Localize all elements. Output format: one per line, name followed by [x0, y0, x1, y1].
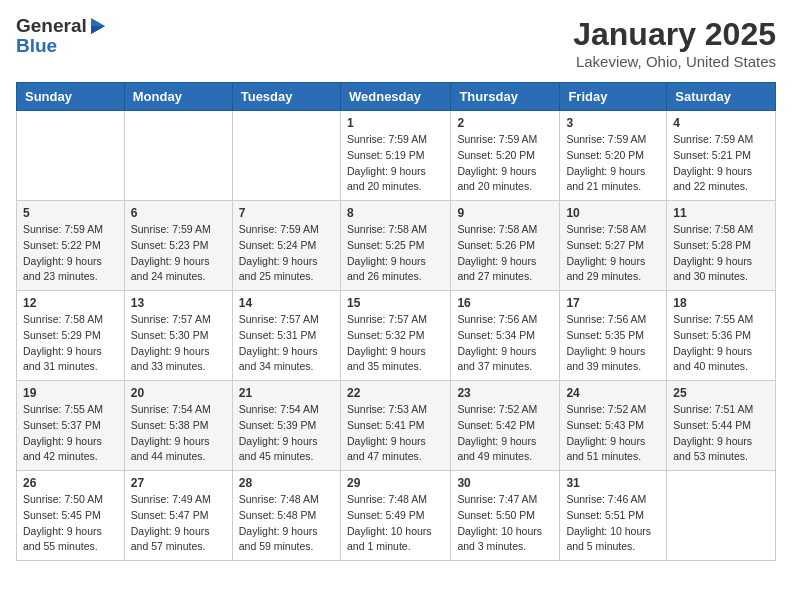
day-info: Sunrise: 7:55 AMSunset: 5:36 PMDaylight:…	[673, 312, 769, 375]
table-row: 27Sunrise: 7:49 AMSunset: 5:47 PMDayligh…	[124, 471, 232, 561]
table-row	[232, 111, 340, 201]
table-row: 28Sunrise: 7:48 AMSunset: 5:48 PMDayligh…	[232, 471, 340, 561]
table-row: 12Sunrise: 7:58 AMSunset: 5:29 PMDayligh…	[17, 291, 125, 381]
day-info: Sunrise: 7:58 AMSunset: 5:28 PMDaylight:…	[673, 222, 769, 285]
logo-general: General	[16, 16, 87, 37]
table-row: 25Sunrise: 7:51 AMSunset: 5:44 PMDayligh…	[667, 381, 776, 471]
day-number: 20	[131, 386, 226, 400]
week-row-1: 5Sunrise: 7:59 AMSunset: 5:22 PMDaylight…	[17, 201, 776, 291]
day-number: 1	[347, 116, 444, 130]
calendar-table: Sunday Monday Tuesday Wednesday Thursday…	[16, 82, 776, 561]
day-info: Sunrise: 7:58 AMSunset: 5:27 PMDaylight:…	[566, 222, 660, 285]
day-info: Sunrise: 7:57 AMSunset: 5:32 PMDaylight:…	[347, 312, 444, 375]
header-wednesday: Wednesday	[340, 83, 450, 111]
table-row	[667, 471, 776, 561]
day-number: 26	[23, 476, 118, 490]
day-number: 3	[566, 116, 660, 130]
table-row: 4Sunrise: 7:59 AMSunset: 5:21 PMDaylight…	[667, 111, 776, 201]
day-number: 29	[347, 476, 444, 490]
header-sunday: Sunday	[17, 83, 125, 111]
day-number: 11	[673, 206, 769, 220]
table-row: 21Sunrise: 7:54 AMSunset: 5:39 PMDayligh…	[232, 381, 340, 471]
day-number: 18	[673, 296, 769, 310]
table-row: 16Sunrise: 7:56 AMSunset: 5:34 PMDayligh…	[451, 291, 560, 381]
day-number: 22	[347, 386, 444, 400]
day-info: Sunrise: 7:56 AMSunset: 5:34 PMDaylight:…	[457, 312, 553, 375]
header-thursday: Thursday	[451, 83, 560, 111]
weekday-header-row: Sunday Monday Tuesday Wednesday Thursday…	[17, 83, 776, 111]
header-saturday: Saturday	[667, 83, 776, 111]
week-row-2: 12Sunrise: 7:58 AMSunset: 5:29 PMDayligh…	[17, 291, 776, 381]
day-number: 28	[239, 476, 334, 490]
day-number: 17	[566, 296, 660, 310]
logo-blue: Blue	[16, 35, 109, 57]
table-row: 18Sunrise: 7:55 AMSunset: 5:36 PMDayligh…	[667, 291, 776, 381]
day-info: Sunrise: 7:46 AMSunset: 5:51 PMDaylight:…	[566, 492, 660, 555]
month-title: January 2025	[573, 16, 776, 53]
day-info: Sunrise: 7:55 AMSunset: 5:37 PMDaylight:…	[23, 402, 118, 465]
table-row: 9Sunrise: 7:58 AMSunset: 5:26 PMDaylight…	[451, 201, 560, 291]
day-info: Sunrise: 7:54 AMSunset: 5:38 PMDaylight:…	[131, 402, 226, 465]
table-row: 14Sunrise: 7:57 AMSunset: 5:31 PMDayligh…	[232, 291, 340, 381]
day-number: 31	[566, 476, 660, 490]
table-row: 24Sunrise: 7:52 AMSunset: 5:43 PMDayligh…	[560, 381, 667, 471]
table-row: 31Sunrise: 7:46 AMSunset: 5:51 PMDayligh…	[560, 471, 667, 561]
logo-chevron-icon	[89, 16, 109, 36]
table-row: 17Sunrise: 7:56 AMSunset: 5:35 PMDayligh…	[560, 291, 667, 381]
day-number: 7	[239, 206, 334, 220]
day-info: Sunrise: 7:59 AMSunset: 5:23 PMDaylight:…	[131, 222, 226, 285]
table-row	[124, 111, 232, 201]
day-number: 13	[131, 296, 226, 310]
day-number: 19	[23, 386, 118, 400]
table-row: 10Sunrise: 7:58 AMSunset: 5:27 PMDayligh…	[560, 201, 667, 291]
day-info: Sunrise: 7:49 AMSunset: 5:47 PMDaylight:…	[131, 492, 226, 555]
title-block: January 2025 Lakeview, Ohio, United Stat…	[573, 16, 776, 70]
day-info: Sunrise: 7:59 AMSunset: 5:20 PMDaylight:…	[566, 132, 660, 195]
day-info: Sunrise: 7:47 AMSunset: 5:50 PMDaylight:…	[457, 492, 553, 555]
table-row: 11Sunrise: 7:58 AMSunset: 5:28 PMDayligh…	[667, 201, 776, 291]
day-info: Sunrise: 7:59 AMSunset: 5:21 PMDaylight:…	[673, 132, 769, 195]
table-row: 15Sunrise: 7:57 AMSunset: 5:32 PMDayligh…	[340, 291, 450, 381]
day-number: 2	[457, 116, 553, 130]
header-friday: Friday	[560, 83, 667, 111]
day-number: 27	[131, 476, 226, 490]
day-number: 12	[23, 296, 118, 310]
day-info: Sunrise: 7:52 AMSunset: 5:42 PMDaylight:…	[457, 402, 553, 465]
table-row: 22Sunrise: 7:53 AMSunset: 5:41 PMDayligh…	[340, 381, 450, 471]
table-row	[17, 111, 125, 201]
day-info: Sunrise: 7:57 AMSunset: 5:30 PMDaylight:…	[131, 312, 226, 375]
logo-container: General Blue	[16, 16, 109, 57]
day-number: 30	[457, 476, 553, 490]
day-info: Sunrise: 7:57 AMSunset: 5:31 PMDaylight:…	[239, 312, 334, 375]
day-info: Sunrise: 7:48 AMSunset: 5:49 PMDaylight:…	[347, 492, 444, 555]
week-row-4: 26Sunrise: 7:50 AMSunset: 5:45 PMDayligh…	[17, 471, 776, 561]
day-number: 16	[457, 296, 553, 310]
table-row: 8Sunrise: 7:58 AMSunset: 5:25 PMDaylight…	[340, 201, 450, 291]
day-info: Sunrise: 7:54 AMSunset: 5:39 PMDaylight:…	[239, 402, 334, 465]
day-info: Sunrise: 7:59 AMSunset: 5:19 PMDaylight:…	[347, 132, 444, 195]
table-row: 13Sunrise: 7:57 AMSunset: 5:30 PMDayligh…	[124, 291, 232, 381]
header-monday: Monday	[124, 83, 232, 111]
table-row: 6Sunrise: 7:59 AMSunset: 5:23 PMDaylight…	[124, 201, 232, 291]
day-number: 10	[566, 206, 660, 220]
table-row: 20Sunrise: 7:54 AMSunset: 5:38 PMDayligh…	[124, 381, 232, 471]
day-number: 8	[347, 206, 444, 220]
day-info: Sunrise: 7:52 AMSunset: 5:43 PMDaylight:…	[566, 402, 660, 465]
day-number: 25	[673, 386, 769, 400]
day-info: Sunrise: 7:59 AMSunset: 5:20 PMDaylight:…	[457, 132, 553, 195]
day-number: 23	[457, 386, 553, 400]
week-row-0: 1Sunrise: 7:59 AMSunset: 5:19 PMDaylight…	[17, 111, 776, 201]
header-tuesday: Tuesday	[232, 83, 340, 111]
day-info: Sunrise: 7:50 AMSunset: 5:45 PMDaylight:…	[23, 492, 118, 555]
day-number: 5	[23, 206, 118, 220]
table-row: 26Sunrise: 7:50 AMSunset: 5:45 PMDayligh…	[17, 471, 125, 561]
day-info: Sunrise: 7:59 AMSunset: 5:22 PMDaylight:…	[23, 222, 118, 285]
day-number: 14	[239, 296, 334, 310]
day-number: 4	[673, 116, 769, 130]
day-info: Sunrise: 7:58 AMSunset: 5:25 PMDaylight:…	[347, 222, 444, 285]
table-row: 2Sunrise: 7:59 AMSunset: 5:20 PMDaylight…	[451, 111, 560, 201]
svg-marker-1	[91, 26, 105, 34]
table-row: 1Sunrise: 7:59 AMSunset: 5:19 PMDaylight…	[340, 111, 450, 201]
page-header: General Blue January 2025 Lakeview, Ohio…	[16, 16, 776, 70]
day-info: Sunrise: 7:59 AMSunset: 5:24 PMDaylight:…	[239, 222, 334, 285]
